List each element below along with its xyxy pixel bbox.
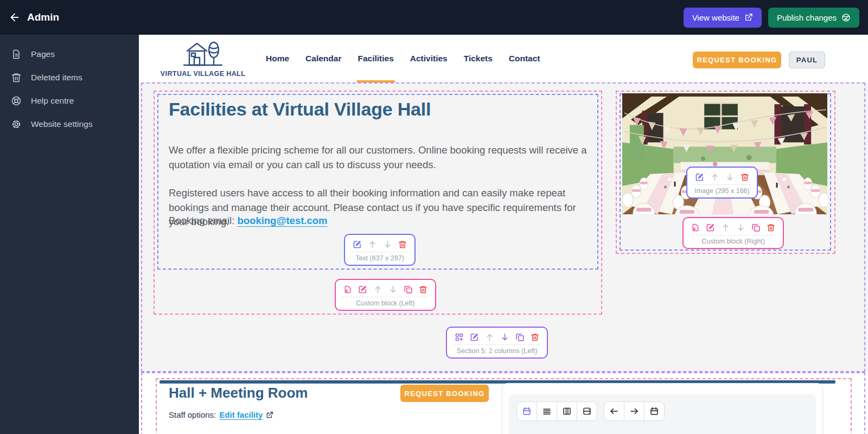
calendar-panel bbox=[509, 394, 816, 434]
month-view-button[interactable] bbox=[516, 401, 537, 421]
external-link-icon bbox=[744, 13, 753, 22]
facility-title: Hall + Meeting Room bbox=[169, 385, 308, 401]
list-view-button[interactable] bbox=[537, 401, 557, 421]
list-icon bbox=[542, 406, 552, 416]
trash-icon bbox=[11, 72, 22, 83]
calendar-toolbar bbox=[516, 401, 665, 421]
delete-icon[interactable] bbox=[398, 240, 407, 249]
page-title: Facilities at Virtual Village Hall bbox=[169, 99, 431, 120]
calendar-icon bbox=[522, 406, 532, 416]
sidebar-item-pages[interactable]: Pages bbox=[0, 42, 139, 66]
calendar-icon bbox=[649, 406, 659, 416]
calendar-view-group bbox=[516, 401, 597, 421]
back-arrow-icon[interactable] bbox=[9, 11, 21, 23]
text-block-label: Text (637 x 297) bbox=[352, 252, 408, 262]
website-preview: VIRTUAL VILLAGE HALL Home Calendar Facil… bbox=[139, 35, 868, 434]
next-button[interactable] bbox=[624, 401, 644, 421]
facility-request-booking-button[interactable]: REQUEST BOOKING bbox=[400, 385, 489, 402]
intro-paragraph: We offer a flexible pricing scheme for a… bbox=[169, 143, 588, 172]
sidebar-item-label: Help centre bbox=[31, 96, 74, 106]
calendar-nav-group bbox=[604, 401, 665, 421]
admin-topbar: Admin View website Publish changes bbox=[0, 0, 868, 35]
move-down-icon[interactable] bbox=[388, 285, 398, 294]
booking-email-link[interactable]: booking@test.com bbox=[237, 215, 327, 226]
publish-changes-button[interactable]: Publish changes bbox=[768, 8, 859, 28]
move-down-icon[interactable] bbox=[725, 173, 735, 182]
image-block-control: Image (295 x 166) bbox=[686, 167, 758, 199]
staff-options-label: Staff options: bbox=[169, 410, 216, 419]
staff-options-line: Staff options: Edit facility bbox=[169, 410, 273, 419]
page-icon bbox=[11, 49, 22, 60]
delete-icon[interactable] bbox=[741, 173, 749, 182]
admin-title: Admin bbox=[27, 11, 59, 23]
admin-sidebar: Pages Deleted items Help centre Website … bbox=[0, 35, 139, 434]
delete-icon[interactable] bbox=[419, 285, 427, 294]
external-link-icon bbox=[266, 411, 273, 419]
custom-block-left-label: Custom block (Left) bbox=[342, 297, 429, 307]
user-account-button[interactable]: PAUL bbox=[789, 52, 825, 68]
move-up-icon[interactable] bbox=[485, 333, 494, 342]
edit-icon[interactable] bbox=[706, 223, 715, 232]
move-up-icon[interactable] bbox=[368, 240, 377, 249]
edit-icon[interactable] bbox=[353, 240, 362, 249]
edit-icon[interactable] bbox=[358, 285, 367, 294]
nav-item-calendar[interactable]: Calendar bbox=[305, 35, 341, 82]
nav-item-activities[interactable]: Activities bbox=[410, 35, 448, 82]
gear-icon bbox=[11, 119, 22, 130]
add-block-icon[interactable] bbox=[691, 223, 700, 232]
edit-facility-link[interactable]: Edit facility bbox=[219, 410, 263, 419]
move-down-icon[interactable] bbox=[736, 223, 745, 232]
section-layout-icon[interactable] bbox=[455, 333, 464, 342]
site-nav: Home Calendar Facilities Activities Tick… bbox=[266, 35, 540, 82]
sidebar-item-label: Website settings bbox=[31, 119, 92, 129]
site-logo[interactable]: VIRTUAL VILLAGE HALL bbox=[162, 37, 244, 80]
sidebar-item-label: Pages bbox=[31, 49, 55, 59]
rows-icon bbox=[582, 406, 592, 416]
delete-icon[interactable] bbox=[767, 223, 775, 232]
duplicate-icon[interactable] bbox=[404, 285, 413, 294]
edit-icon[interactable] bbox=[695, 173, 704, 182]
globe-check-icon bbox=[841, 13, 851, 22]
delete-icon[interactable] bbox=[531, 333, 539, 342]
sidebar-item-label: Deleted items bbox=[31, 73, 82, 82]
facility-calendar-card bbox=[502, 383, 823, 434]
sidebar-item-website-settings[interactable]: Website settings bbox=[0, 112, 139, 136]
add-block-icon[interactable] bbox=[343, 285, 352, 294]
sidebar-item-help-centre[interactable]: Help centre bbox=[0, 89, 139, 112]
prev-button[interactable] bbox=[604, 401, 624, 421]
back-to-admin[interactable]: Admin bbox=[9, 11, 59, 23]
nav-item-tickets[interactable]: Tickets bbox=[464, 35, 493, 82]
text-block-control: Text (637 x 297) bbox=[344, 234, 416, 266]
custom-block-left-control: Custom block (Left) bbox=[335, 279, 436, 311]
columns-view-button[interactable] bbox=[557, 401, 577, 421]
booking-email-line: Booking email: booking@test.com bbox=[169, 215, 328, 227]
move-up-icon[interactable] bbox=[721, 223, 730, 232]
nav-item-contact[interactable]: Contact bbox=[509, 35, 540, 82]
arrow-right-icon bbox=[629, 406, 639, 416]
rows-view-button[interactable] bbox=[577, 401, 597, 421]
view-website-button[interactable]: View website bbox=[684, 8, 762, 28]
move-down-icon[interactable] bbox=[500, 333, 509, 342]
nav-item-facilities[interactable]: Facilities bbox=[358, 35, 393, 82]
move-down-icon[interactable] bbox=[383, 240, 392, 249]
request-booking-button[interactable]: REQUEST BOOKING bbox=[693, 52, 781, 68]
move-up-icon[interactable] bbox=[373, 285, 382, 294]
image-block-label: Image (295 x 166) bbox=[694, 185, 750, 195]
duplicate-icon[interactable] bbox=[515, 333, 525, 342]
move-up-icon[interactable] bbox=[710, 173, 719, 182]
lifebuoy-icon bbox=[11, 95, 22, 106]
site-header: VIRTUAL VILLAGE HALL Home Calendar Facil… bbox=[139, 35, 868, 82]
arrow-left-icon bbox=[609, 406, 619, 416]
edit-icon[interactable] bbox=[470, 333, 479, 342]
custom-block-right-label: Custom block (Right) bbox=[690, 235, 776, 245]
booking-email-label: Booking email: bbox=[169, 215, 234, 226]
sidebar-item-deleted-items[interactable]: Deleted items bbox=[0, 66, 139, 89]
columns-icon bbox=[562, 406, 572, 416]
duplicate-icon[interactable] bbox=[751, 223, 761, 232]
village-hall-logo-icon bbox=[180, 40, 226, 68]
nav-item-home[interactable]: Home bbox=[266, 35, 289, 82]
today-button[interactable] bbox=[644, 401, 665, 421]
section5-label: Section 5: 2 columns (Left) bbox=[454, 345, 540, 355]
custom-block-right-control: Custom block (Right) bbox=[682, 217, 784, 249]
site-logo-text: VIRTUAL VILLAGE HALL bbox=[161, 70, 245, 78]
